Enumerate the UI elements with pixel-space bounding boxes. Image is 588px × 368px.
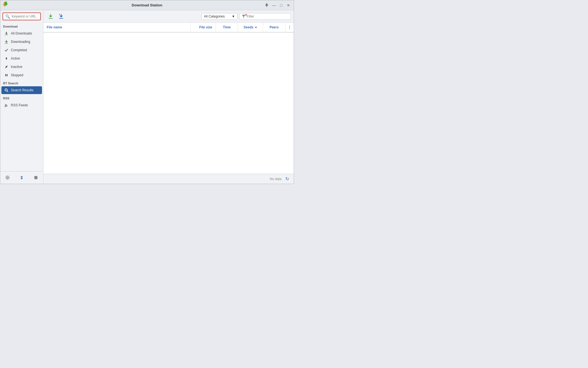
status-bar: No data ↻	[43, 174, 294, 184]
sidebar-item-stopped[interactable]: Stopped	[1, 71, 42, 79]
svg-point-18	[5, 89, 7, 91]
svg-rect-25	[50, 14, 51, 16]
transfer-button[interactable]	[14, 171, 29, 184]
status-bar-right: No data ↻	[270, 176, 290, 182]
svg-rect-28	[61, 14, 61, 16]
filter-input[interactable]	[247, 14, 288, 18]
category-selected-value: All Categories	[204, 14, 225, 18]
search-box-container: 🔍	[0, 10, 43, 23]
category-chevron-icon: ▼	[232, 14, 235, 18]
svg-marker-12	[6, 58, 7, 60]
stopped-icon	[4, 73, 9, 77]
rss-icon	[4, 103, 9, 107]
search-results-icon	[4, 88, 9, 92]
column-header-filesize[interactable]: File size	[191, 23, 216, 32]
completed-label: Completed	[11, 48, 27, 52]
search-results-label: Search Results	[11, 88, 33, 92]
svg-line-19	[7, 91, 8, 92]
sidebar-item-active[interactable]: Active	[1, 55, 42, 62]
svg-rect-6	[5, 35, 8, 35]
add-torrent-button[interactable]	[57, 12, 66, 21]
sidebar-item-search-results[interactable]: Search Results	[1, 86, 42, 94]
download-section-label: Download	[0, 23, 43, 29]
active-label: Active	[11, 57, 20, 60]
table-body	[43, 33, 294, 174]
main-layout: 🔍 Download All Downloads Downloading	[0, 10, 294, 184]
settings-button[interactable]	[0, 171, 14, 184]
column-header-filename[interactable]: File name	[43, 23, 191, 32]
column-header-peers[interactable]: Peers	[263, 23, 285, 32]
sidebar: 🔍 Download All Downloads Downloading	[0, 10, 43, 184]
stopped-label: Stopped	[11, 73, 23, 77]
rss-feeds-label: RSS Feeds	[11, 103, 28, 107]
all-downloads-label: All Downloads	[11, 31, 32, 35]
sidebar-item-rss-feeds[interactable]: RSS Feeds	[1, 101, 42, 109]
column-header-time[interactable]: Time	[216, 23, 238, 32]
completed-icon	[4, 48, 9, 52]
column-header-seeds[interactable]: Seeds ▼	[238, 23, 263, 32]
no-data-label: No data	[270, 177, 281, 181]
svg-rect-4	[266, 6, 267, 7]
notification-button[interactable]	[29, 171, 43, 184]
table-header: File name File size Time Seeds ▼ Peers ⋮	[43, 23, 294, 33]
search-input[interactable]	[12, 14, 38, 18]
svg-marker-30	[59, 14, 60, 15]
rss-section-label: RSS	[0, 94, 43, 101]
all-downloads-icon	[4, 31, 9, 36]
content-area: All Categories ▼ ✕ File na	[43, 10, 294, 184]
svg-point-20	[5, 106, 6, 107]
main-window: Download Station — □ ✕ 🔍 Download	[0, 0, 294, 184]
svg-marker-23	[21, 178, 23, 180]
window-title: Download Station	[132, 3, 162, 7]
svg-rect-9	[6, 40, 7, 42]
active-icon	[4, 56, 9, 61]
svg-point-21	[7, 177, 8, 178]
app-icon	[3, 2, 9, 9]
window-controls: — □ ✕	[264, 2, 291, 8]
svg-marker-22	[21, 176, 23, 177]
downloading-label: Downloading	[11, 40, 30, 44]
svg-rect-17	[7, 74, 8, 76]
filter-box[interactable]: ✕	[239, 13, 291, 20]
search-input-wrap[interactable]: 🔍	[3, 13, 41, 20]
category-select[interactable]: All Categories ▼	[201, 13, 238, 20]
svg-rect-3	[265, 5, 268, 6]
inactive-icon	[4, 65, 9, 69]
add-download-button[interactable]	[46, 12, 55, 21]
sidebar-item-downloading[interactable]: Downloading	[1, 38, 42, 46]
minimize-button[interactable]: —	[271, 2, 277, 8]
search-icon: 🔍	[5, 14, 10, 19]
sidebar-item-all-downloads[interactable]: All Downloads	[1, 30, 42, 37]
downloading-icon	[4, 40, 9, 44]
svg-marker-11	[6, 57, 7, 58]
refresh-button[interactable]: ↻	[284, 176, 290, 182]
bt-search-section-label: BT Search	[0, 79, 43, 86]
title-bar: Download Station — □ ✕	[0, 0, 294, 10]
toolbar: All Categories ▼ ✕	[43, 10, 294, 23]
svg-rect-16	[5, 74, 6, 76]
maximize-button[interactable]: □	[278, 2, 284, 8]
more-columns-icon: ⋮	[288, 25, 291, 29]
filter-cross-icon: ✕	[245, 13, 247, 16]
sidebar-footer	[0, 171, 43, 184]
filter-icon-wrap: ✕	[242, 14, 246, 18]
seeds-sort-icon: ▼	[255, 26, 257, 29]
svg-rect-10	[5, 43, 8, 44]
column-header-more[interactable]: ⋮	[285, 23, 294, 32]
svg-rect-7	[6, 32, 7, 33]
sidebar-item-inactive[interactable]: Inactive	[1, 63, 42, 71]
sidebar-item-completed[interactable]: Completed	[1, 46, 42, 54]
inactive-label: Inactive	[11, 65, 22, 69]
close-button[interactable]: ✕	[285, 2, 291, 8]
svg-rect-29	[59, 18, 63, 19]
pin-button[interactable]	[264, 2, 270, 8]
svg-rect-26	[49, 18, 53, 19]
